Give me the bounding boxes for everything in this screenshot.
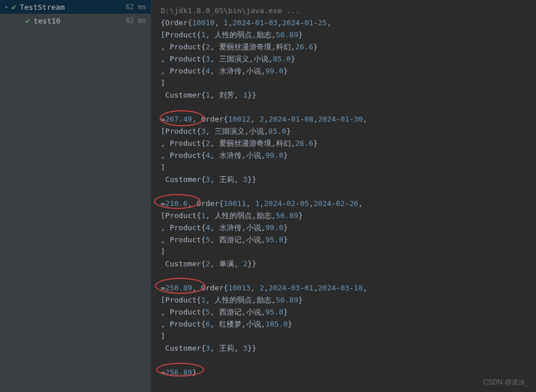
console-line: [161, 354, 527, 366]
check-icon: ✔: [11, 2, 16, 11]
console-line: =267.49, Order{10012, 2,2024-01-08,2024-…: [161, 113, 527, 125]
console-line: , Product{4, 水浒传,小说,99.0}: [161, 65, 527, 77]
console-line: ]: [161, 246, 527, 258]
test-panel: ▾ ✔ TestStream 62 ms ✔ test10 62 ms: [0, 0, 152, 392]
chevron-down-icon: ▾: [5, 4, 11, 10]
test-name-label: test10: [33, 17, 125, 25]
console-line: , Product{6, 红楼梦,小说,105.0}: [161, 318, 527, 330]
console-line: Customer{1, 刘芳, 1}}: [161, 89, 527, 101]
watermark: CSDN @凌冰_: [483, 378, 529, 387]
console-path: D:\jdk1.8.0_65\bin\java.exe ...: [161, 5, 527, 17]
console-line: , Product{5, 西游记,小说,95.0}: [161, 234, 527, 246]
console-line: Customer{3, 王莉, 3}}: [161, 342, 527, 354]
test-item-teststream[interactable]: ▾ ✔ TestStream 62 ms: [0, 0, 151, 14]
console-line: , Product{5, 西游记,小说,95.0}: [161, 306, 527, 318]
console-output[interactable]: D:\jdk1.8.0_65\bin\java.exe ... {Order{1…: [152, 0, 536, 392]
console-line: ]: [161, 161, 527, 173]
console-line: , Product{2, 爱丽丝漫游奇境,科幻,26.6}: [161, 137, 527, 149]
console-line: [Product{3, 三国演义,小说,85.0}: [161, 125, 527, 137]
console-line: , Product{2, 爱丽丝漫游奇境,科幻,26.6}: [161, 41, 527, 53]
test-item-test10[interactable]: ✔ test10 62 ms: [0, 14, 151, 28]
console-line: [Product{1, 人性的弱点,励志,56.89}: [161, 294, 527, 306]
console-line: [161, 270, 527, 282]
console-line: =250.89, Order{10013, 2,2024-03-01,2024-…: [161, 282, 527, 294]
console-line: [Product{1, 人性的弱点,励志,56.89}: [161, 209, 527, 222]
check-icon: ✔: [25, 16, 30, 25]
console-line: Customer{2, 单满, 2}}: [161, 258, 527, 270]
test-time-label: 62 ms: [126, 17, 146, 25]
test-time-label: 62 ms: [126, 3, 146, 11]
console-line: [161, 101, 527, 113]
console-line: , Product{4, 水浒传,小说,99.0}: [161, 222, 527, 234]
console-line: ]: [161, 330, 527, 342]
console-line: {Order{10010, 1,2024-01-03,2024-01-25,: [161, 17, 527, 29]
console-line: , Product{4, 水浒传,小说,99.0}: [161, 149, 527, 161]
console-line: ]: [161, 77, 527, 89]
console-line: =256.89}: [161, 366, 527, 378]
test-name-label: TestStream: [20, 3, 125, 11]
console-line: =210.6, Order{10011, 1,2024-02-05,2024-0…: [161, 197, 527, 209]
console-line: [161, 185, 527, 197]
console-line: [Product{1, 人性的弱点,励志,56.89}: [161, 29, 527, 41]
console-line: Customer{3, 王莉, 3}}: [161, 173, 527, 185]
console-line: , Product{3, 三国演义,小说,85.0}: [161, 53, 527, 65]
